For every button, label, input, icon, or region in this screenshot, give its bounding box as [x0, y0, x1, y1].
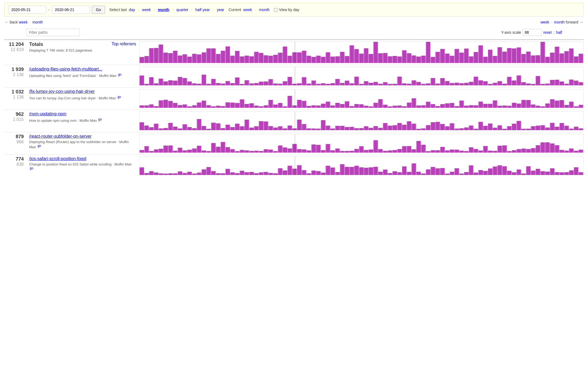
select-day-link[interactable]: day [129, 8, 135, 12]
nav-forward: week · month forward → [540, 20, 583, 24]
page-desc: You can fix lumpy Joy-Con using hair dry… [29, 95, 136, 100]
secondary-count: 1 015 [6, 117, 24, 122]
view-by-day-checkbox[interactable] [274, 8, 278, 12]
back-arrow-text: ← back [5, 20, 18, 24]
select-month-link[interactable]: month [158, 8, 170, 12]
date-separator: - [48, 7, 50, 12]
mini-chart [139, 42, 584, 63]
secondary-count: 12 619 [6, 47, 24, 52]
filter-paths-input[interactable] [26, 29, 80, 36]
page-link[interactable]: /uploading-files-using-fetch-multipart..… [29, 67, 102, 71]
chart-col [139, 65, 584, 87]
current-week-link[interactable]: week [243, 8, 252, 12]
select-quarter-link[interactable]: quarter [176, 8, 188, 12]
secondary-count: 838 [6, 162, 24, 167]
page-link[interactable]: /nvm-updating-npm [29, 112, 66, 116]
mini-chart [139, 134, 584, 153]
controls-row: Y-axis scale reset ; half [4, 29, 584, 36]
date-from-input[interactable] [8, 6, 46, 14]
forward-week-link[interactable]: week [540, 20, 549, 24]
primary-count: 1 032 [6, 89, 24, 95]
y-axis-controls: Y-axis scale reset ; half [501, 29, 562, 36]
top-referrers-link[interactable]: Top referrers [111, 42, 136, 46]
chart-col [139, 40, 584, 65]
info-col: /ios-safari-scroll-position-fixedChange … [26, 155, 139, 177]
primary-count: 11 204 [6, 42, 24, 47]
y-axis-input[interactable] [523, 29, 542, 36]
reset-link[interactable]: reset [543, 30, 552, 35]
table-row: 879966/react-router-subfolder-on-serverD… [4, 132, 584, 155]
forward-text: forward → [566, 20, 583, 24]
chart-col [139, 132, 584, 155]
select-halfyear-link[interactable]: half year [195, 8, 210, 12]
go-link[interactable]: go [30, 166, 33, 170]
page-desc: Deploying React (Router) app to the subf… [29, 140, 136, 149]
num-col: 774838 [4, 155, 26, 177]
page-link[interactable]: /react-router-subfolder-on-server [29, 134, 92, 139]
info-col: /uploading-files-using-fetch-multipart..… [26, 65, 139, 87]
mini-chart [139, 156, 584, 175]
go-button[interactable]: Go [92, 6, 105, 14]
num-col: 879966 [4, 132, 26, 155]
num-col: 9621 015 [4, 110, 26, 132]
chart-col [139, 155, 584, 177]
go-link[interactable]: go [98, 117, 102, 121]
stats-table: 11 20412 619TotalsTop referrersDisplayin… [4, 39, 584, 177]
primary-count: 1 939 [6, 67, 24, 72]
table-row: 1 9392 136/uploading-files-using-fetch-m… [4, 65, 584, 87]
forward-month-link[interactable]: month [554, 20, 565, 24]
go-link[interactable]: go [38, 144, 41, 148]
mini-chart [139, 67, 584, 86]
select-week-link[interactable]: week [142, 8, 151, 12]
select-last-text: Select last [109, 8, 127, 12]
primary-count: 774 [6, 156, 24, 162]
view-by-day-label: View by day [279, 8, 299, 12]
totals-desc: Displaying 7 796 visits; 8 521 pageviews [29, 48, 136, 52]
mini-chart [139, 112, 584, 130]
back-month-link[interactable]: month [32, 20, 43, 24]
chart-col [139, 87, 584, 110]
info-col: TotalsTop referrersDisplaying 7 796 visi… [26, 40, 139, 65]
totals-title: Totals [29, 42, 43, 47]
num-col: 1 9392 136 [4, 65, 26, 87]
table-row: 9621 015/nvm-updating-npmHow to update n… [4, 110, 584, 132]
table-row: 774838/ios-safari-scroll-position-fixedC… [4, 155, 584, 177]
page-link[interactable]: /fix-lumpy-joy-con-using-hair-dryer [29, 89, 95, 94]
secondary-count: 966 [6, 140, 24, 144]
primary-count: 962 [6, 112, 24, 117]
semicolon: ; [553, 30, 555, 35]
y-axis-label: Y-axis scale [501, 30, 521, 35]
go-link[interactable]: go [117, 95, 121, 99]
info-col: /nvm-updating-npmHow to update npm using… [26, 110, 139, 132]
table-row: 11 20412 619TotalsTop referrersDisplayin… [4, 40, 584, 65]
primary-count: 879 [6, 134, 24, 140]
page-desc: Change to position fixed on iOS Safari w… [29, 162, 136, 171]
view-by-day-container: View by day [274, 8, 299, 12]
num-col: 11 20412 619 [4, 40, 26, 65]
back-week-link[interactable]: week [19, 20, 28, 24]
chart-col [139, 110, 584, 132]
current-text: Current [228, 8, 241, 12]
date-to-input[interactable] [52, 6, 90, 14]
page-desc: Uploading files using 'fetch' and 'FormD… [29, 73, 136, 78]
info-col: /fix-lumpy-joy-con-using-hair-dryerYou c… [26, 87, 139, 110]
table-row: 1 0321 138/fix-lumpy-joy-con-using-hair-… [4, 87, 584, 110]
half-link[interactable]: half [556, 30, 562, 35]
go-link[interactable]: go [118, 73, 121, 76]
secondary-count: 1 138 [6, 95, 24, 100]
select-year-link[interactable]: year [217, 8, 224, 12]
page-link[interactable]: /ios-safari-scroll-position-fixed [29, 156, 86, 161]
nav-back: ← back week · month [5, 20, 43, 24]
num-col: 1 0321 138 [4, 87, 26, 110]
secondary-count: 2 136 [6, 72, 24, 77]
current-month-link[interactable]: month [259, 8, 270, 12]
top-bar: - Go Select last day · week · month · qu… [4, 3, 584, 17]
info-col: /react-router-subfolder-on-serverDeployi… [26, 132, 139, 155]
mini-chart [139, 89, 584, 108]
page-desc: How to update npm using nvm · Muffin Man… [29, 117, 136, 123]
nav-bar: ← back week · month week · month forward… [4, 20, 584, 24]
